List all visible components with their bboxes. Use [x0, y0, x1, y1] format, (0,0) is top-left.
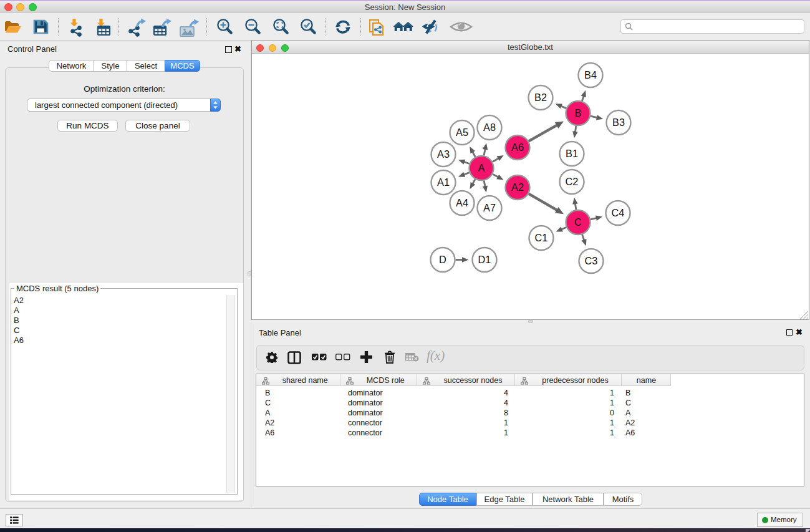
svg-text:B2: B2 [534, 92, 547, 103]
svg-text:D1: D1 [478, 254, 491, 265]
svg-text:C4: C4 [612, 207, 625, 218]
svg-text:A5: A5 [456, 127, 468, 138]
svg-text:C3: C3 [585, 255, 598, 266]
svg-text:C: C [574, 216, 582, 228]
svg-text:A1: A1 [437, 177, 450, 188]
svg-text:A4: A4 [456, 197, 468, 208]
svg-text:A7: A7 [483, 202, 496, 213]
svg-text:A6: A6 [511, 142, 524, 153]
svg-text:B1: B1 [566, 148, 578, 159]
svg-text:B: B [575, 107, 582, 118]
svg-text:A8: A8 [483, 122, 496, 133]
svg-text:B4: B4 [584, 69, 597, 80]
svg-text:B3: B3 [612, 117, 625, 128]
svg-text:A: A [478, 162, 485, 173]
svg-text:A3: A3 [437, 148, 450, 160]
svg-text:C2: C2 [566, 176, 579, 187]
svg-text:A2: A2 [511, 181, 524, 193]
svg-text:C1: C1 [535, 232, 548, 243]
svg-text:D: D [439, 254, 446, 265]
